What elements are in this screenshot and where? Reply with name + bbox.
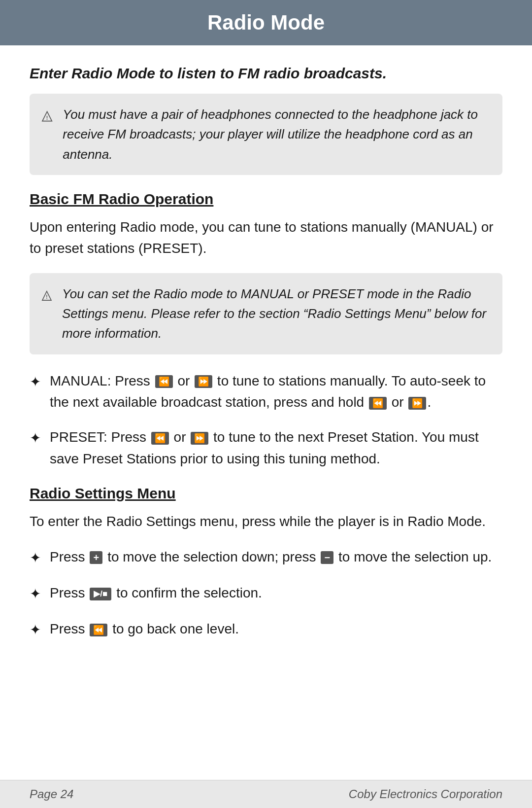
- section1-body: Upon entering Radio mode, you can tune t…: [30, 216, 502, 259]
- bullet-text-back: Press ⏪ to go back one level.: [50, 618, 239, 639]
- bullet-list-1: ✦ MANUAL: Press ⏪ or ⏩ to tune to statio…: [30, 370, 502, 470]
- minus-btn: −: [321, 551, 333, 564]
- bullet-cross-icon: ✦: [30, 583, 41, 604]
- bullet-list-2: ✦ Press + to move the selection down; pr…: [30, 546, 502, 641]
- page-title: Radio Mode: [207, 11, 325, 34]
- bullet-cross-icon: ✦: [30, 619, 41, 640]
- page-footer: Page 24 Coby Electronics Corporation: [0, 780, 532, 808]
- warning-box-1: ! You must have a pair of headphones con…: [30, 94, 502, 175]
- list-item: ✦ Press + to move the selection down; pr…: [30, 546, 502, 568]
- bullet-cross-icon: ✦: [30, 427, 41, 449]
- page-header: Radio Mode: [0, 0, 532, 45]
- plus-btn: +: [90, 551, 102, 564]
- list-item: ✦ Press ⏪ to go back one level.: [30, 618, 502, 640]
- bullet-text-play: Press ▶/■ to confirm the selection.: [50, 582, 262, 603]
- section2-heading: Radio Settings Menu: [30, 485, 502, 502]
- warning-text-1: You must have a pair of headphones conne…: [63, 105, 491, 164]
- list-item: ✦ MANUAL: Press ⏪ or ⏩ to tune to statio…: [30, 370, 502, 413]
- forward-btn-1: ⏩: [195, 375, 212, 388]
- rewind-btn-2: ⏪: [151, 432, 169, 445]
- forward-btn-hold: ⏩: [408, 397, 426, 410]
- warning-icon-1: !: [41, 105, 53, 128]
- section1-heading: Basic FM Radio Operation: [30, 191, 502, 208]
- intro-heading: Enter Radio Mode to listen to FM radio b…: [30, 65, 502, 82]
- forward-btn-2: ⏩: [191, 432, 208, 445]
- bullet-cross-icon: ✦: [30, 547, 41, 568]
- footer-page: Page 24: [30, 787, 73, 801]
- svg-text:!: !: [46, 294, 47, 300]
- bullet-text-plus-minus: Press + to move the selection down; pres…: [50, 546, 492, 567]
- svg-text:!: !: [46, 115, 48, 121]
- list-item: ✦ Press ▶/■ to confirm the selection.: [30, 582, 502, 604]
- warning-box-2: ! You can set the Radio mode to MANUAL o…: [30, 273, 502, 354]
- play-stop-btn: ▶/■: [90, 588, 111, 600]
- footer-company: Coby Electronics Corporation: [349, 787, 502, 801]
- section2-body: To enter the Radio Settings menu, press …: [30, 511, 502, 532]
- bullet-text-preset: PRESET: Press ⏪ or ⏩ to tune to the next…: [50, 426, 502, 469]
- bullet-cross-icon: ✦: [30, 371, 41, 392]
- rewind-btn-back: ⏪: [90, 624, 107, 636]
- rewind-btn-hold: ⏪: [369, 397, 387, 410]
- warning-icon-2: !: [41, 284, 52, 308]
- warning-text-2: You can set the Radio mode to MANUAL or …: [62, 284, 491, 344]
- rewind-btn-1: ⏪: [155, 375, 173, 388]
- bullet-text-manual: MANUAL: Press ⏪ or ⏩ to tune to stations…: [50, 370, 502, 413]
- list-item: ✦ PRESET: Press ⏪ or ⏩ to tune to the ne…: [30, 426, 502, 469]
- main-content: Enter Radio Mode to listen to FM radio b…: [0, 45, 532, 780]
